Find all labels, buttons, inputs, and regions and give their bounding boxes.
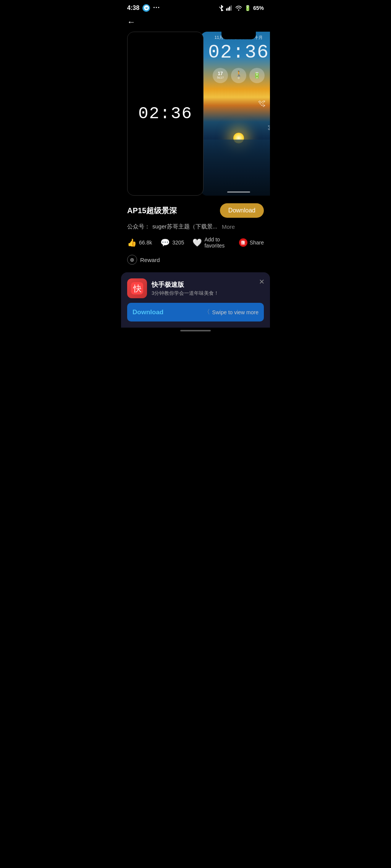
comment-count: 3205 xyxy=(172,240,184,246)
ad-download-area[interactable]: Download 〈 Swipe to view more xyxy=(127,303,264,321)
scenic-widget-steps: 🚶 0 xyxy=(231,68,246,83)
dark-preview[interactable]: 02:36 xyxy=(127,32,204,196)
svg-rect-0 xyxy=(226,8,227,11)
bluetooth-icon xyxy=(218,5,224,11)
ad-close-button[interactable]: ✕ xyxy=(259,278,265,286)
author-more[interactable]: More xyxy=(222,223,235,230)
wifi-icon xyxy=(235,5,242,11)
title-section: AP15超级景深 Download xyxy=(121,196,270,222)
favorites-label: Add to favorites xyxy=(204,236,230,249)
signal-icon xyxy=(226,5,233,11)
bottom-indicator xyxy=(121,328,270,335)
svg-rect-1 xyxy=(228,8,229,11)
status-bar: 4:38 ··· 🔋 65% xyxy=(121,0,270,14)
scenic-ocean: 🕊 🕊 xyxy=(200,94,270,196)
like-icon: 👍 xyxy=(127,238,137,247)
author-name: suger苏哥主题（下载景... xyxy=(152,223,217,230)
status-left: 4:38 ··· xyxy=(127,4,160,12)
telegram-icon xyxy=(142,4,150,12)
scenic-notch xyxy=(221,32,256,39)
scenic-widget-temp: 17 5≤17 xyxy=(213,68,228,83)
like-action[interactable]: 👍 66.8k xyxy=(127,238,152,247)
reward-label: Reward xyxy=(140,257,160,263)
main-download-button[interactable]: Download xyxy=(220,203,264,218)
ad-banner: 快 快手极速版 3分钟教你学会一道年味美食！ ✕ Download 〈 Swip… xyxy=(121,272,270,328)
wallpaper-title: AP15超级景深 xyxy=(127,206,177,216)
battery-icon: 🔋 xyxy=(244,5,251,11)
scroll-indicator xyxy=(227,191,250,193)
ad-text-area: 快手极速版 3分钟教你学会一道年味美食！ xyxy=(152,280,264,297)
weibo-icon: 微 xyxy=(239,238,247,247)
swipe-label: Swipe to view more xyxy=(212,309,259,315)
status-right: 🔋 65% xyxy=(218,5,264,11)
back-button[interactable]: ← xyxy=(121,14,270,32)
scenic-time: 02:36 xyxy=(200,42,270,63)
dark-preview-time: 02:36 xyxy=(138,104,192,123)
status-time: 4:38 xyxy=(127,5,139,11)
ad-app-subtitle: 3分钟教你学会一道年味美食！ xyxy=(152,290,264,297)
share-action[interactable]: 微 Share xyxy=(239,238,264,247)
actions-section: 👍 66.8k 💬 3205 🤍 Add to favorites 微 Shar… xyxy=(121,236,270,252)
favorites-action[interactable]: 🤍 Add to favorites xyxy=(192,236,230,249)
scenic-widgets: 17 5≤17 🚶 0 🔋 xyxy=(200,68,270,83)
reward-section[interactable]: ⊕ Reward xyxy=(121,252,270,272)
home-indicator xyxy=(180,330,211,331)
bird2-icon: 🕊 xyxy=(268,124,270,130)
battery-level: 65% xyxy=(253,5,264,11)
svg-text:快: 快 xyxy=(133,284,142,293)
author-prefix: 公众号： xyxy=(127,223,150,230)
ad-download-label[interactable]: Download xyxy=(132,309,163,316)
scenic-background: 11月30日周六·甲辰年十月 02:36 17 5≤17 🚶 0 🔋 xyxy=(200,32,270,196)
ad-app-icon: 快 xyxy=(127,278,147,298)
scenic-water xyxy=(200,140,270,196)
svg-rect-2 xyxy=(229,6,230,11)
ad-inner: 快 快手极速版 3分钟教你学会一道年味美食！ xyxy=(127,278,264,298)
preview-section: 02:36 11月30日周六·甲辰年十月 02:36 17 5≤17 🚶 0 🔋 xyxy=(121,32,270,196)
share-label: Share xyxy=(250,240,264,246)
heart-icon: 🤍 xyxy=(192,238,202,247)
comment-icon: 💬 xyxy=(160,238,170,247)
swipe-arrow-icon: 〈 xyxy=(204,308,210,316)
comment-action[interactable]: 💬 3205 xyxy=(160,238,184,247)
like-count: 66.8k xyxy=(139,240,152,246)
scenic-widget-battery: 🔋 xyxy=(249,68,265,83)
author-section: 公众号： suger苏哥主题（下载景... More xyxy=(121,222,270,236)
ad-app-name: 快手极速版 xyxy=(152,280,264,289)
status-dots: ··· xyxy=(153,4,160,12)
reward-icon: ⊕ xyxy=(127,255,137,265)
bird-icon: 🕊 xyxy=(258,99,265,108)
svg-rect-3 xyxy=(231,5,232,11)
scenic-preview[interactable]: 11月30日周六·甲辰年十月 02:36 17 5≤17 🚶 0 🔋 xyxy=(200,32,270,196)
ad-swipe-area: 〈 Swipe to view more xyxy=(204,308,259,316)
